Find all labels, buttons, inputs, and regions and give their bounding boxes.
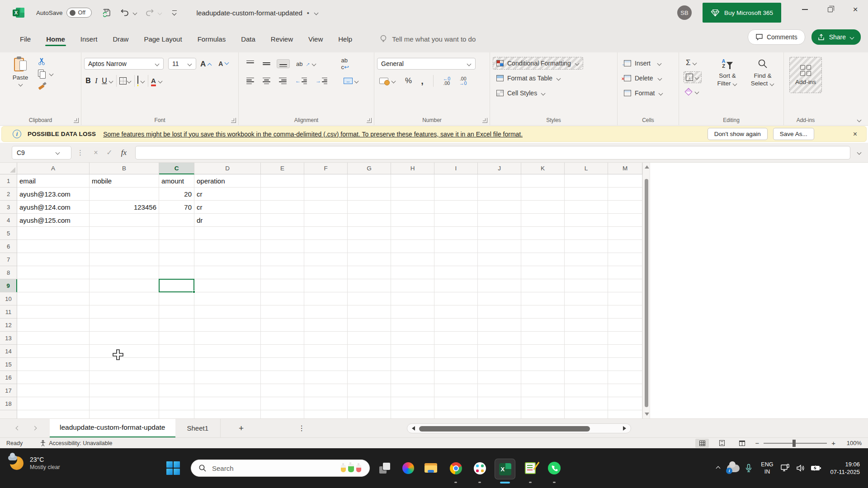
cell-J9[interactable] (478, 279, 521, 292)
cell-J8[interactable] (478, 266, 521, 279)
sheet-tab-sheet1[interactable]: Sheet1 (175, 419, 221, 438)
cell-H2[interactable] (391, 188, 434, 201)
increase-font-size-button[interactable]: A (198, 59, 214, 69)
cell-F2[interactable] (304, 188, 348, 201)
cell-J18[interactable] (478, 397, 521, 410)
cell-C14[interactable] (159, 345, 194, 358)
fill-button[interactable]: ↓ (684, 71, 702, 83)
cell-M5[interactable] (608, 227, 642, 240)
font-color-button[interactable]: A (151, 77, 156, 85)
document-title[interactable]: leadupdate-custom-format-updated (197, 9, 302, 17)
cell-G18[interactable] (348, 397, 391, 410)
cell-G2[interactable] (348, 188, 391, 201)
cell-G12[interactable] (348, 319, 391, 332)
notepad-button[interactable] (524, 461, 537, 475)
cell-I15[interactable] (434, 358, 478, 371)
cell-B5[interactable] (90, 227, 159, 240)
row-header-1[interactable]: 1 (0, 174, 17, 188)
fill-color-button[interactable] (137, 77, 138, 85)
cell-F6[interactable] (304, 240, 348, 253)
cell-E11[interactable] (261, 305, 304, 319)
cell-B19[interactable] (90, 410, 159, 418)
column-header-B[interactable]: B (90, 163, 159, 174)
undo-button[interactable] (119, 7, 131, 19)
column-header-H[interactable]: H (391, 163, 434, 174)
cell-D19[interactable] (194, 410, 261, 418)
cell-E17[interactable] (261, 384, 304, 397)
cell-A7[interactable] (17, 253, 90, 266)
cell-C6[interactable] (159, 240, 194, 253)
find-select-button[interactable]: Find &Select (746, 57, 779, 88)
cell-D2[interactable]: cr (194, 188, 261, 201)
cell-J4[interactable] (478, 214, 521, 227)
cell-L5[interactable] (565, 227, 608, 240)
cell-G10[interactable] (348, 292, 391, 305)
cell-H8[interactable] (391, 266, 434, 279)
scroll-up-icon[interactable] (645, 165, 649, 169)
weather-widget[interactable]: 23°C Mostly clear (7, 455, 60, 472)
cell-M16[interactable] (608, 371, 642, 384)
cell-B17[interactable] (90, 384, 159, 397)
cell-C5[interactable] (159, 227, 194, 240)
cell-E5[interactable] (261, 227, 304, 240)
cell-K18[interactable] (521, 397, 565, 410)
cell-I17[interactable] (434, 384, 478, 397)
cell-I12[interactable] (434, 319, 478, 332)
warning-message-link[interactable]: Some features might be lost if you save … (103, 131, 523, 138)
tab-file[interactable]: File (14, 31, 37, 47)
cell-M17[interactable] (608, 384, 642, 397)
add-ins-button[interactable]: Add-ins (789, 57, 822, 93)
cell-A10[interactable] (17, 292, 90, 305)
font-dialog-launcher[interactable] (231, 118, 236, 123)
top-align-button[interactable] (244, 60, 256, 68)
horizontal-scrollbar[interactable] (407, 423, 631, 433)
cell-L4[interactable] (565, 214, 608, 227)
page-break-view-button[interactable] (735, 439, 749, 448)
cell-B2[interactable] (90, 188, 159, 201)
cell-C18[interactable] (159, 397, 194, 410)
slack-button[interactable] (473, 461, 486, 475)
tab-home[interactable]: Home (40, 31, 71, 47)
chrome-button[interactable] (449, 461, 462, 475)
cell-B10[interactable] (90, 292, 159, 305)
copy-button[interactable] (38, 70, 45, 78)
font-color-dropdown[interactable] (158, 79, 162, 83)
insert-cells-button[interactable]: ← Insert (620, 57, 665, 70)
cancel-icon[interactable]: × (89, 149, 103, 157)
network-icon[interactable] (778, 460, 793, 476)
cell-A1[interactable]: email (17, 174, 90, 188)
cell-C3[interactable]: 70 (159, 201, 194, 214)
cell-C12[interactable] (159, 319, 194, 332)
cell-F4[interactable] (304, 214, 348, 227)
cell-C13[interactable] (159, 332, 194, 345)
cell-C4[interactable] (159, 214, 194, 227)
account-avatar[interactable]: SB (677, 5, 692, 20)
whatsapp-button[interactable] (547, 461, 561, 475)
cell-I7[interactable] (434, 253, 478, 266)
cell-J13[interactable] (478, 332, 521, 345)
cell-A3[interactable]: ayush@124.com (17, 201, 90, 214)
cell-F18[interactable] (304, 397, 348, 410)
borders-button[interactable] (119, 77, 127, 84)
cell-F1[interactable] (304, 174, 348, 188)
cell-I6[interactable] (434, 240, 478, 253)
tab-draw[interactable]: Draw (106, 31, 135, 47)
cell-B3[interactable]: 123456 (90, 201, 159, 214)
cell-I9[interactable] (434, 279, 478, 292)
cell-K9[interactable] (521, 279, 565, 292)
wrap-text-button[interactable]: abc↩ (339, 56, 351, 71)
tab-page-layout[interactable]: Page Layout (137, 31, 188, 47)
paste-button[interactable]: Paste (7, 57, 33, 96)
cell-G6[interactable] (348, 240, 391, 253)
cell-G11[interactable] (348, 305, 391, 319)
increase-decimal-button[interactable]: ←0.00 (441, 75, 453, 87)
row-header-10[interactable]: 10 (0, 292, 17, 305)
cell-A11[interactable] (17, 305, 90, 319)
underline-dropdown[interactable] (109, 79, 113, 83)
cell-E4[interactable] (261, 214, 304, 227)
cell-B6[interactable] (90, 240, 159, 253)
cell-E3[interactable] (261, 201, 304, 214)
cell-G13[interactable] (348, 332, 391, 345)
cell-H16[interactable] (391, 371, 434, 384)
cell-E9[interactable] (261, 279, 304, 292)
